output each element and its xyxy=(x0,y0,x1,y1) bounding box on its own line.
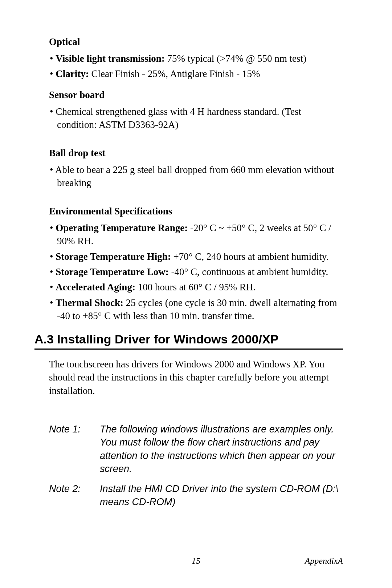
heading-divider xyxy=(34,349,343,350)
document-page: Optical Visible light transmission: 75% … xyxy=(0,0,392,537)
item-label: Thermal Shock: xyxy=(56,297,123,308)
item-value: Chemical strengthened glass with 4 H har… xyxy=(56,106,301,130)
item-label: Accelerated Aging: xyxy=(56,282,135,293)
list-item: Storage Temperature Low: -40° C, continu… xyxy=(57,265,343,278)
item-label: Operating Temperature Range: xyxy=(56,222,188,233)
list-env-specs: Operating Temperature Range: -20° C ~ +5… xyxy=(49,221,343,323)
item-value: -40° C, continuous at ambient humidity. xyxy=(169,266,328,277)
list-item: Clarity: Clear Finish - 25%, Antiglare F… xyxy=(57,67,343,80)
list-item: Able to bear a 225 g steel ball dropped … xyxy=(57,163,343,190)
footer-section: AppendixA xyxy=(305,556,343,566)
list-item: Thermal Shock: 25 cycles (one cycle is 3… xyxy=(57,296,343,323)
item-label: Visible light transmission: xyxy=(56,53,165,64)
list-ball-drop: Able to bear a 225 g steel ball dropped … xyxy=(49,163,343,190)
item-label: Storage Temperature Low: xyxy=(56,266,168,277)
item-value: Able to bear a 225 g steel ball dropped … xyxy=(55,164,334,188)
section-title-sensor-board: Sensor board xyxy=(49,89,343,101)
list-item: Accelerated Aging: 100 hours at 60° C / … xyxy=(57,281,343,294)
item-value: 100 hours at 60° C / 95% RH. xyxy=(135,282,256,293)
item-value: 75% typical (>74% @ 550 nm test) xyxy=(165,53,306,64)
note-label: Note 1: xyxy=(49,423,100,476)
page-footer: 15 AppendixA xyxy=(49,556,343,566)
note-row: Note 2: Install the HMI CD Driver into t… xyxy=(49,482,343,509)
note-row: Note 1: The following windows illustrati… xyxy=(49,423,343,476)
item-value: +70° C, 240 hours at ambient humidity. xyxy=(171,251,329,262)
intro-paragraph: The touchscreen has drivers for Windows … xyxy=(49,358,343,397)
item-label: Clarity: xyxy=(56,68,89,79)
list-item: Storage Temperature High: +70° C, 240 ho… xyxy=(57,250,343,263)
list-item: Operating Temperature Range: -20° C ~ +5… xyxy=(57,221,343,248)
section-title-env-specs: Environmental Specifications xyxy=(49,206,343,217)
notes-block: Note 1: The following windows illustrati… xyxy=(49,423,343,509)
page-number: 15 xyxy=(192,556,200,566)
list-optical: Visible light transmission: 75% typical … xyxy=(49,52,343,81)
section-title-optical: Optical xyxy=(49,36,343,48)
heading-a3: A.3 Installing Driver for Windows 2000/X… xyxy=(34,332,343,346)
note-label: Note 2: xyxy=(49,482,100,509)
note-body: Install the HMI CD Driver into the syste… xyxy=(100,482,343,509)
list-item: Chemical strengthened glass with 4 H har… xyxy=(57,105,343,132)
note-body: The following windows illustrations are … xyxy=(100,423,343,476)
section-title-ball-drop: Ball drop test xyxy=(49,148,343,159)
list-item: Visible light transmission: 75% typical … xyxy=(57,52,343,65)
list-sensor-board: Chemical strengthened glass with 4 H har… xyxy=(49,105,343,132)
item-label: Storage Temperature High: xyxy=(56,251,171,262)
item-value: Clear Finish - 25%, Antiglare Finish - 1… xyxy=(89,68,260,79)
